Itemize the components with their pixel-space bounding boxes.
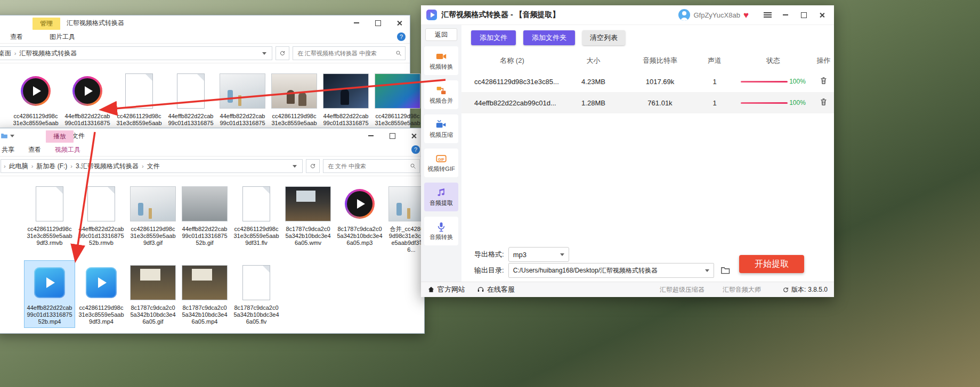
table-row[interactable]: cc42861129d98c31e3c85... 4.23MB 1017.69k… (461, 71, 834, 92)
maximize-icon (375, 20, 381, 26)
output-dir-select[interactable]: C:/Users/huibang168/Desktop/汇帮视频格式转换器 (508, 263, 714, 278)
close-button[interactable] (813, 7, 831, 23)
ribbon-tab-play[interactable]: 播放 (46, 130, 74, 143)
file-item[interactable]: cc42861129d98c31e3c8559e5aab9df31.flv (231, 182, 282, 249)
add-folder-button[interactable]: 添加文件夹 (523, 30, 575, 45)
close-icon (411, 133, 417, 139)
heart-icon[interactable]: ♥ (743, 11, 749, 20)
clear-list-button[interactable]: 清空列表 (582, 30, 625, 45)
sidebar-item-label: 视频转GIF (427, 165, 455, 173)
maximize-button[interactable] (382, 128, 403, 143)
file-item[interactable]: 8c1787c9dca2c05a342b10bdc3e46a05.mp4 (179, 260, 230, 328)
file-item[interactable]: cc42861129d98c31e3c8559e5aab9df3.mp3 (10, 69, 61, 136)
quick-access-toolbar[interactable] (0, 132, 19, 139)
file-item[interactable]: 44effb822d22cab99c01d1331687552b.mp3 (62, 69, 113, 136)
ribbon-tab-picture-tools[interactable]: 图片工具 (50, 32, 75, 42)
search-input[interactable] (327, 162, 410, 170)
refresh-icon (310, 163, 316, 169)
breadcrumb-item[interactable]: 新加卷 (F:) (34, 162, 70, 171)
file-item[interactable]: 8c1787c9dca2c05a342b10bdc3e46a05.wmv (282, 182, 334, 249)
search-box[interactable] (293, 46, 406, 60)
minimize-button[interactable] (776, 7, 795, 23)
menu-view[interactable]: 查看 (28, 145, 41, 154)
sidebar-item-video-convert[interactable]: 视频转换 (424, 46, 458, 75)
file-item[interactable]: 44effb822d22cab99c01d1331687552b.mp4 (320, 69, 371, 136)
official-site-link[interactable]: 官方网站 (427, 285, 465, 294)
explorer2-titlebar[interactable]: 播放 文件 (0, 128, 424, 143)
delete-button[interactable] (820, 77, 828, 86)
file-name: 44effb822d22cab99c01d1331687552b.rmvb (78, 226, 124, 246)
file-item[interactable]: 8c1787c9dca2c05a342b10bdc3e46a05.gif (127, 260, 179, 328)
help-icon[interactable] (397, 32, 406, 41)
mp4-file-icon (34, 267, 65, 298)
sidebar-item-video-to-gif[interactable]: GIF 视频转GIF (424, 149, 458, 177)
browse-folder-button[interactable] (718, 264, 732, 277)
file-item[interactable]: 44effb822d22cab99c01d1331687552b.gif (217, 69, 268, 136)
help-icon[interactable] (411, 145, 420, 154)
breadcrumb[interactable]: 电脑 桌面 汇帮视频格式转换器 (0, 46, 272, 60)
file-item[interactable]: cc42861129d98c31e3c8559e5aab9df3.gif (269, 69, 320, 136)
version-label: 版本: (791, 285, 806, 294)
online-service-link[interactable]: 在线客服 (477, 285, 515, 294)
file-item[interactable]: 44effb822d22cab99c01d1331687552b.gif (179, 182, 230, 249)
export-format-select[interactable]: mp3 (508, 247, 569, 262)
table-header: 名称 (2) 大小 音频比特率 声道 状态 操作 (461, 51, 834, 71)
file-item[interactable]: 44effb822d22cab99c01d1331687552b.rmvb (165, 69, 216, 136)
close-button[interactable] (388, 15, 410, 30)
file-item[interactable]: 8c1787c9dca2c05a342b10bdc3e46a05.flv (231, 260, 282, 328)
breadcrumb-item[interactable]: 文件 (144, 162, 163, 171)
sidebar-item-video-merge[interactable]: 视频合并 (424, 80, 458, 109)
table-row[interactable]: 44effb822d22cab99c01d... 1.28MB 761.01k … (461, 92, 834, 113)
menu-button[interactable] (758, 7, 776, 23)
file-item[interactable]: cc42861129d98c31e3c8559e5aab9df3.mp4 (76, 260, 127, 328)
file-item[interactable]: cc42861129d98c31e3c8559e5aab9df3.rmvb (114, 69, 165, 136)
delete-button[interactable] (820, 98, 828, 108)
start-extract-button[interactable]: 开始提取 (739, 255, 804, 273)
breadcrumb-dropdown[interactable] (259, 52, 270, 55)
username[interactable]: GfpZyYucX8ab (693, 11, 740, 19)
file-item[interactable]: cc42861129d98c31e3c8559e5aab9df3.mp4 (372, 69, 423, 136)
file-item[interactable]: cc42861129d98c31e3c8559e5aab9df3.gif (127, 182, 179, 249)
converter-titlebar[interactable]: 汇帮视频格式转换器 - 【音频提取】 GfpZyYucX8ab ♥ (421, 5, 834, 25)
menu-share[interactable]: 共享 (2, 145, 14, 154)
ribbon-tab-manage[interactable]: 管理 (33, 18, 60, 30)
refresh-button[interactable] (276, 46, 289, 60)
sidebar-item-video-compress[interactable]: 视频压缩 (424, 114, 458, 143)
search-box[interactable] (323, 159, 420, 173)
sidebar-item-label: 视频压缩 (430, 131, 453, 139)
progress-label: 100% (789, 78, 806, 85)
menu-view[interactable]: 查看 (10, 32, 23, 42)
breadcrumb-item[interactable]: 桌面 (0, 49, 14, 58)
file-item[interactable]: 44effb822d22cab99c01d1331687552b.rmvb (76, 182, 127, 249)
breadcrumb-item[interactable]: 此电脑 (6, 162, 31, 171)
file-item[interactable]: 8c1787c9dca2c05a342b10bdc3e46a05.mp3 (334, 182, 385, 249)
super-compressor-link[interactable]: 汇帮超级压缩器 (660, 285, 704, 294)
app-title: 汇帮视频格式转换器 - 【音频提取】 (441, 10, 560, 20)
back-button[interactable]: 返回 (425, 28, 457, 41)
column-header-actions: 操作 (813, 56, 834, 65)
breadcrumb-item[interactable]: 汇帮视频格式转换器 (17, 49, 79, 58)
column-header-bitrate: 音频比特率 (624, 56, 696, 65)
add-file-button[interactable]: 添加文件 (471, 30, 516, 45)
refresh-button[interactable] (306, 159, 320, 173)
update-icon[interactable] (782, 286, 789, 293)
maximize-button[interactable] (795, 7, 813, 23)
sidebar-item-audio-extract[interactable]: 音频提取 (424, 183, 458, 211)
file-name: cc42861129d98c31e3c8559e5aab9df3.gif (130, 226, 176, 246)
progress-bar (741, 102, 788, 104)
sidebar-item-audio-convert[interactable]: 音频转换 (424, 217, 458, 245)
explorer1-titlebar[interactable]: 管理 汇帮视频格式转换器 (0, 15, 410, 30)
breadcrumb-item[interactable]: 3.汇帮视频格式转换器 (73, 162, 141, 171)
breadcrumb-dropdown[interactable] (289, 165, 300, 168)
cell-size: 1.28MB (563, 99, 624, 107)
maximize-button[interactable] (367, 15, 388, 30)
file-item-selected[interactable]: 44effb822d22cab99c01d1331687552b.mp4 (24, 260, 75, 328)
minimize-button[interactable] (360, 128, 382, 143)
breadcrumb[interactable]: 此电脑 新加卷 (F:) 3.汇帮视频格式转换器 文件 (1, 159, 303, 173)
file-item[interactable]: cc42861129d98c31e3c8559e5aab9df3.rmvb (24, 182, 75, 249)
minimize-button[interactable] (346, 15, 367, 30)
search-input[interactable] (296, 50, 395, 57)
ribbon-tab-video-tools[interactable]: 视频工具 (55, 145, 80, 154)
user-avatar[interactable] (678, 9, 690, 21)
audio-master-link[interactable]: 汇帮音频大师 (723, 285, 761, 294)
